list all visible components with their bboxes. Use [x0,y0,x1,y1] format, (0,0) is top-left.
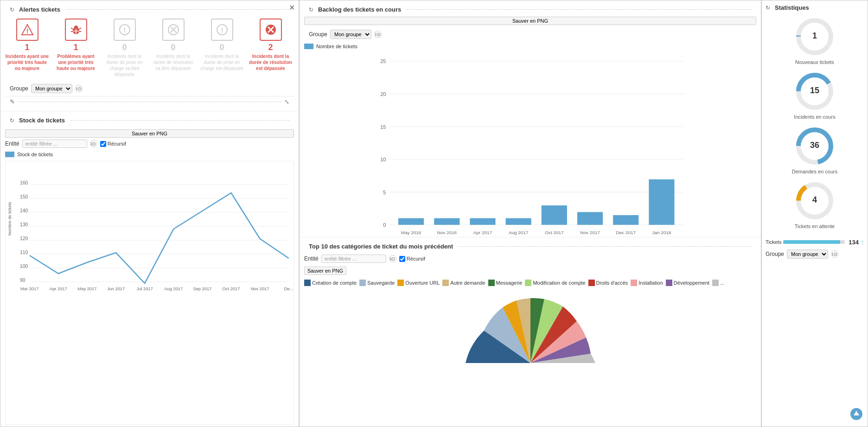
svg-text:Jul 2017: Jul 2017 [137,287,153,291]
svg-text:!: ! [123,26,126,34]
alert-item-0: ! 1 Incidents ayant une priorité très ha… [5,19,49,77]
svg-text:140: 140 [20,208,28,213]
donut-incidents-label: Incidents en cours [794,114,835,120]
backlog-refresh-icon[interactable]: ↻ [309,6,315,13]
alertes-collapse-icon[interactable]: ⤡ [284,98,289,105]
top10-recursif-checkbox[interactable] [399,256,405,262]
top10-legend: Création de compte Sauvegarde Ouverture … [304,280,756,286]
stock-legend-color [5,152,14,157]
warning-icon: ! [21,23,34,36]
top10-pie-container [304,289,756,363]
exclamation-circle-icon-2: ! [216,23,229,36]
backlog-bar-chart: 0 5 10 15 20 25 [304,51,756,235]
backlog-groupe-select[interactable]: Mon groupe [330,30,371,39]
svg-text:!: ! [26,27,28,35]
alert-item-4: ! 0 Incidents dont la durée de prise en … [200,19,244,77]
alert-count-5: 2 [268,43,273,52]
legend-modification-compte: Modification de compte [525,280,585,286]
alertes-refresh-icon[interactable]: ↻ [10,6,16,13]
alert-item-5: 2 Incidents dont la durée de résolution … [249,19,293,77]
alert-label-0: Incidents ayant une priorité très haute … [5,53,49,71]
alert-label-4: Incidents dont la durée de prise en char… [200,53,244,71]
stock-line-polyline [30,193,289,283]
donut-tickets-attente: 4 Tickets en attente [794,180,836,229]
legend-developpement: Développement [666,280,709,286]
alertes-toolbar: ✎ ⤡ [5,96,294,107]
alert-count-1: 1 [73,43,78,52]
svg-text:Dec 2017: Dec 2017 [616,230,636,235]
bug-icon [70,23,83,36]
donut-nouveaux-label: Nouveaux tickets [795,59,834,65]
stats-info-icon[interactable]: i⊙ [831,250,838,258]
legend-installation: Installation [631,280,663,286]
stock-divider [70,120,289,121]
stock-entite-row: Entité i⊙ Récursif [5,140,294,148]
svg-text:!: ! [221,26,223,34]
backlog-divider [407,9,752,10]
top10-entite-row: Entité i⊙ Récursif [304,255,756,263]
svg-text:20: 20 [380,91,386,97]
top10-title: Top 10 des catégories de ticket du mois … [309,243,453,250]
top10-save-png-button[interactable]: Sauver en PNG [304,267,346,275]
alertes-section: ↻ Alertes tickets ! 1 Incidents ayant un… [0,0,299,111]
svg-text:1: 1 [812,31,817,40]
alertes-groupe-row: Groupe Mon groupe i⊙ [5,81,294,96]
legend-other: ... [712,280,724,286]
backlog-groupe-row: Groupe Mon groupe i⊙ [304,27,756,42]
alertes-divider [66,9,289,10]
stat-header: ↻ Statistiques [766,4,864,11]
svg-text:Aug 2017: Aug 2017 [164,287,183,291]
top10-pie-chart [461,289,600,363]
top10-header: Top 10 des catégories de ticket du mois … [304,239,756,252]
alert-count-3: 0 [171,43,175,52]
stats-refresh-icon[interactable]: ↻ [766,5,772,11]
alert-item-3: 0 Incidents dont la durée de résolution … [151,19,195,77]
stock-entite-input[interactable] [22,140,87,148]
svg-text:150: 150 [20,194,28,199]
donut-nouveaux-tickets-svg: 1 [794,16,836,57]
legend-creation-compte: Création de compte [304,280,357,286]
svg-text:Nov 2016: Nov 2016 [437,230,457,235]
svg-text:130: 130 [20,222,28,227]
close-button[interactable]: ✕ [289,3,295,12]
stock-refresh-icon[interactable]: ↻ [10,117,16,124]
alert-icon-0: ! [16,19,38,41]
stock-recursif-label: Récursif [100,141,126,147]
left-panel: ✕ ↻ Alertes tickets ! 1 Inc [0,0,299,427]
backlog-save-png-button[interactable]: Sauver en PNG [304,17,756,25]
alert-count-4: 0 [219,43,224,52]
alert-label-2: Incidents dont la durée de prise en char… [102,53,147,77]
stock-info-icon[interactable]: i⊙ [90,140,97,147]
donut-incidents-cours: 15 Incidents en cours [794,70,836,120]
svg-text:10: 10 [380,157,386,162]
backlog-title: Backlog des tickets en cours [318,6,401,13]
alertes-groupe-label: Groupe [10,85,28,92]
donut-demandes-svg: 36 [794,125,836,167]
alertes-edit-icon[interactable]: ✎ [10,98,15,105]
svg-text:May 2016: May 2016 [401,230,421,235]
stock-recursif-checkbox[interactable] [100,141,106,147]
donut-demandes-cours: 36 Demandes en cours [792,125,837,174]
top10-entite-input[interactable] [321,255,386,263]
svg-text:Nombre de tickets: Nombre de tickets [7,202,12,236]
stock-save-png-button[interactable]: Sauver en PNG [5,129,294,138]
svg-text:Nov 2017: Nov 2017 [251,287,269,291]
svg-text:Oct 2017: Oct 2017 [223,287,240,291]
svg-text:Aug 2017: Aug 2017 [509,230,529,235]
svg-text:4: 4 [812,195,817,204]
top10-recursif-label: Récursif [399,256,425,262]
stock-chart-container: 90 100 110 120 130 140 150 160 Nombre de… [5,161,294,425]
scroll-top-button[interactable] [850,408,863,422]
stats-groupe-select[interactable]: Mon groupe [787,249,828,259]
right-panel: ↻ Statistiques 1 Nouveaux tickets 15 Inc… [761,0,868,427]
alertes-groupe-select[interactable]: Mon groupe [31,84,72,93]
alert-icon-5 [260,19,282,41]
alertes-info-icon[interactable]: i⊙ [75,85,83,92]
cancel-circle-red-icon [264,23,277,36]
backlog-info-icon[interactable]: i⊙ [374,31,382,38]
svg-line-4 [71,28,73,29]
top10-info-icon[interactable]: i⊙ [389,255,396,262]
svg-text:15: 15 [380,124,386,130]
donut-demandes-label: Demandes en cours [792,169,837,174]
stock-header: ↻ Stock de tickets [5,113,294,126]
